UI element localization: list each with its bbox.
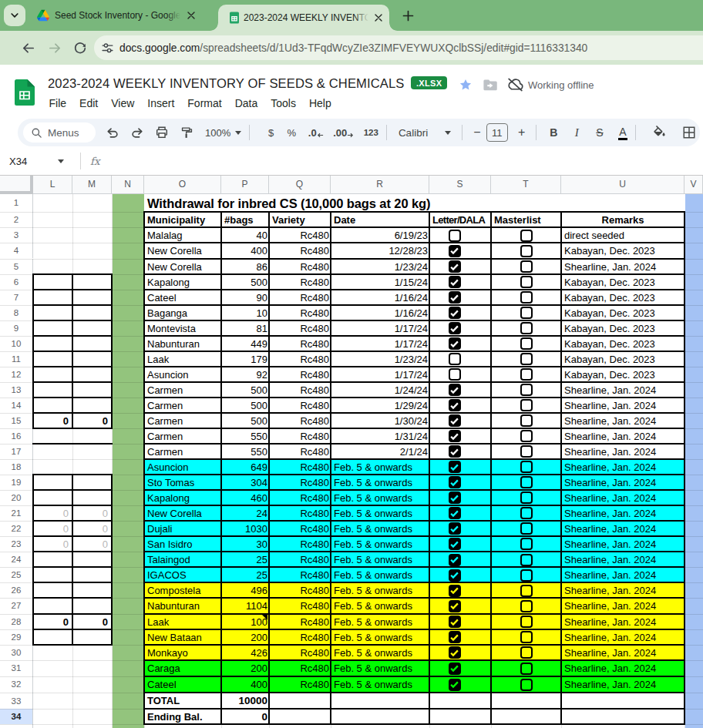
menu-tools[interactable]: Tools	[264, 95, 303, 112]
cell-remarks[interactable]: Shearline, Jan. 2024	[564, 477, 656, 488]
cell-bags[interactable]: 500	[221, 400, 267, 411]
increase-font-size-button[interactable]: +	[514, 126, 530, 139]
cell-variety[interactable]: Rc480	[269, 277, 329, 288]
checkbox-letter-dala-checked[interactable]	[449, 600, 461, 612]
cell-remarks[interactable]: Shearline, Jan. 2024	[564, 400, 656, 411]
cell-date[interactable]: 1/31/24	[331, 431, 428, 442]
checkbox-masterlist-unchecked[interactable]	[520, 507, 533, 519]
print-button[interactable]	[151, 122, 173, 143]
cell-date[interactable]: 12/28/23	[331, 245, 428, 257]
cell-bags[interactable]: 400	[221, 679, 267, 690]
cell-date[interactable]: 1/30/24	[331, 415, 428, 427]
cell-variety[interactable]: Rc480	[269, 632, 329, 643]
cell-lm-zero[interactable]: 0	[33, 616, 69, 628]
checkbox-letter-dala-checked[interactable]	[449, 307, 461, 319]
row-header-33[interactable]: 33	[0, 693, 33, 709]
cell-date[interactable]: Feb. 5 & onwards	[334, 632, 412, 643]
browser-tab-active[interactable]: 2023-2024 WEEKLY INVENTORY	[218, 5, 389, 31]
cell-variety[interactable]: Rc480	[269, 600, 329, 612]
checkbox-masterlist-unchecked[interactable]	[520, 245, 533, 257]
cell-municipality[interactable]: Cateel	[147, 292, 177, 304]
row-header-13[interactable]: 13	[0, 382, 33, 398]
cell-bags[interactable]: 10	[221, 307, 267, 319]
cell-variety[interactable]: Rc480	[269, 647, 329, 659]
cell-bags[interactable]: 200	[221, 632, 267, 643]
cell-date[interactable]: 1/29/24	[331, 400, 428, 411]
column-header-P[interactable]: P	[221, 176, 269, 194]
cell-municipality[interactable]: Baganga	[147, 307, 187, 319]
cell-date[interactable]: 1/17/24	[331, 323, 428, 334]
cell-bags[interactable]: 449	[221, 338, 267, 350]
checkbox-masterlist-unchecked[interactable]	[520, 353, 533, 365]
row-header-14[interactable]: 14	[0, 398, 33, 413]
cell-remarks[interactable]: Kabayan, Dec. 2023	[564, 323, 655, 334]
row-header-10[interactable]: 10	[0, 336, 33, 351]
row-header-7[interactable]: 7	[0, 290, 33, 305]
back-button[interactable]	[18, 39, 37, 57]
checkbox-letter-dala-checked[interactable]	[449, 384, 461, 396]
cell-date[interactable]: 1/23/24	[331, 354, 428, 365]
column-header-Q[interactable]: Q	[269, 176, 331, 194]
cell-remarks[interactable]: Shearline, Jan. 2024	[564, 647, 656, 659]
text-color-button[interactable]: A	[618, 126, 627, 140]
column-header-S[interactable]: S	[429, 176, 491, 194]
cell-remarks[interactable]: Kabayan, Dec. 2023	[564, 354, 655, 365]
cell-lm-zero[interactable]: 0	[72, 508, 108, 519]
checkbox-masterlist-unchecked[interactable]	[520, 368, 533, 381]
checkbox-letter-dala-checked[interactable]	[449, 476, 461, 488]
checkbox-masterlist-unchecked[interactable]	[520, 538, 533, 550]
cell-municipality[interactable]: Nabunturan	[147, 600, 200, 612]
cell-bags[interactable]: 304	[221, 477, 267, 488]
checkbox-letter-dala-unchecked[interactable]	[449, 353, 461, 365]
row-header-6[interactable]: 6	[0, 274, 33, 290]
cell-date[interactable]: Feb. 5 & onwards	[334, 679, 412, 690]
more-formats-button[interactable]: 123	[364, 128, 378, 137]
cell-municipality[interactable]: New Bataan	[147, 632, 202, 643]
row-header-18[interactable]: 18	[0, 459, 33, 475]
undo-button[interactable]	[102, 122, 123, 143]
checkbox-letter-dala-checked[interactable]	[449, 430, 461, 442]
checkbox-masterlist-unchecked[interactable]	[520, 476, 533, 488]
checkbox-letter-dala-checked[interactable]	[449, 646, 461, 659]
cell-date[interactable]: Feb. 5 & onwards	[334, 554, 412, 565]
row-header-2[interactable]: 2	[0, 212, 33, 227]
checkbox-letter-dala-checked[interactable]	[449, 291, 461, 304]
cell-lm-zero[interactable]: 0	[72, 538, 108, 550]
menu-help[interactable]: Help	[302, 95, 338, 112]
address-bar[interactable]: docs.google.com/spreadsheets/d/1Ud3-TFqd…	[94, 35, 703, 60]
cell-date[interactable]: Feb. 5 & onwards	[334, 569, 412, 581]
cell-remarks[interactable]: Shearline, Jan. 2024	[564, 384, 656, 396]
increase-decimal-button[interactable]: .00	[330, 122, 358, 143]
cell-bags[interactable]: 550	[221, 446, 267, 458]
row-header-28[interactable]: 28	[0, 614, 33, 629]
row-header-29[interactable]: 29	[0, 629, 33, 645]
checkbox-letter-dala-checked[interactable]	[449, 322, 461, 334]
cell-date[interactable]: Feb. 5 & onwards	[334, 600, 412, 612]
cell-bags[interactable]: 25	[221, 569, 267, 581]
row-header-24[interactable]: 24	[0, 552, 33, 567]
new-tab-button[interactable]	[402, 9, 415, 22]
column-header-U[interactable]: U	[561, 176, 684, 194]
checkbox-letter-dala-checked[interactable]	[449, 538, 461, 550]
cell-variety[interactable]: Rc480	[269, 477, 329, 488]
bold-button[interactable]: B	[547, 126, 562, 139]
cell-municipality[interactable]: Carmen	[147, 384, 183, 396]
format-currency-button[interactable]: $	[264, 127, 278, 139]
cell-lm-zero[interactable]: 0	[33, 508, 69, 519]
cell-municipality[interactable]: Dujali	[147, 523, 173, 535]
decrease-font-size-button[interactable]: −	[469, 126, 485, 139]
row-header-21[interactable]: 21	[0, 505, 33, 521]
row-header-9[interactable]: 9	[0, 320, 33, 336]
cell-bags[interactable]: 25	[221, 554, 267, 565]
cell-bags[interactable]: 81	[221, 323, 267, 334]
cell-remarks[interactable]: Shearline, Jan. 2024	[564, 523, 656, 535]
header-date[interactable]: Date	[334, 214, 355, 226]
cell-remarks[interactable]: Shearline, Jan. 2024	[564, 461, 656, 473]
checkbox-letter-dala-unchecked[interactable]	[449, 230, 461, 242]
cell-bags[interactable]: 1104	[221, 600, 267, 612]
checkbox-letter-dala-checked[interactable]	[449, 461, 461, 473]
menu-insert[interactable]: Insert	[141, 95, 181, 112]
cell-municipality[interactable]: Laak	[147, 616, 169, 628]
cell-variety[interactable]: Rc480	[269, 384, 329, 396]
checkbox-masterlist-unchecked[interactable]	[520, 291, 533, 304]
